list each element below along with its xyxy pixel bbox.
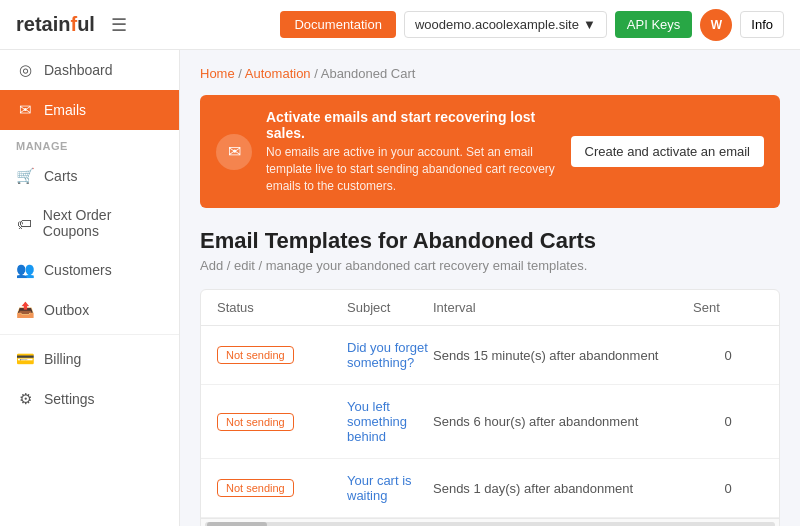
- table-row: Not sending Did you forget something? Se…: [201, 326, 779, 385]
- page-subtitle: Add / edit / manage your abandoned cart …: [200, 258, 780, 273]
- row-status: Not sending: [217, 346, 347, 364]
- col-subject: Subject: [347, 300, 433, 315]
- table-header: Status Subject Interval Sent: [201, 290, 779, 326]
- page-title: Email Templates for Abandoned Carts: [200, 228, 780, 254]
- sidebar-item-outbox[interactable]: 📤 Outbox: [0, 290, 179, 330]
- sidebar-item-label: Customers: [44, 262, 112, 278]
- row-sent: 0: [693, 481, 763, 496]
- email-subject-link[interactable]: You left something behind: [347, 399, 407, 444]
- main-content: Home / Automation / Abandoned Cart ✉ Act…: [180, 50, 800, 526]
- scroll-track: [205, 522, 775, 526]
- sidebar-item-label: Settings: [44, 391, 95, 407]
- site-selector-label: woodemo.acoolexample.site: [415, 17, 579, 32]
- customers-icon: 👥: [16, 261, 34, 279]
- status-badge: Not sending: [217, 413, 294, 431]
- api-keys-button[interactable]: API Keys: [615, 11, 692, 38]
- billing-icon: 💳: [16, 350, 34, 368]
- col-interval: Interval: [433, 300, 693, 315]
- row-interval: Sends 15 minute(s) after abandonment: [433, 348, 693, 363]
- logo: retainful: [16, 13, 95, 36]
- alert-description: No emails are active in your account. Se…: [266, 144, 557, 194]
- activate-email-button[interactable]: Create and activate an email: [571, 136, 764, 167]
- row-status: Not sending: [217, 479, 347, 497]
- settings-icon: ⚙: [16, 390, 34, 408]
- top-header: retainful ☰ Documentation woodemo.acoole…: [0, 0, 800, 50]
- row-sent: 0: [693, 414, 763, 429]
- sidebar-item-billing[interactable]: 💳 Billing: [0, 339, 179, 379]
- scroll-thumb: [207, 522, 267, 526]
- coupon-icon: 🏷: [16, 215, 33, 232]
- row-subject: Your cart is waiting: [347, 473, 433, 503]
- email-subject-link[interactable]: Your cart is waiting: [347, 473, 412, 503]
- sidebar-item-label: Outbox: [44, 302, 89, 318]
- email-subject-link[interactable]: Did you forget something?: [347, 340, 428, 370]
- manage-section-label: MANAGE: [0, 130, 179, 156]
- sidebar-item-label: Dashboard: [44, 62, 113, 78]
- breadcrumb-current: Abandoned Cart: [321, 66, 416, 81]
- sidebar: ◎ Dashboard ✉ Emails MANAGE 🛒 Carts 🏷 Ne…: [0, 50, 180, 526]
- breadcrumb-automation[interactable]: Automation: [245, 66, 311, 81]
- info-button[interactable]: Info: [740, 11, 784, 38]
- row-interval: Sends 1 day(s) after abandonment: [433, 481, 693, 496]
- sidebar-divider: [0, 334, 179, 335]
- alert-banner: ✉ Activate emails and start recovering l…: [200, 95, 780, 208]
- breadcrumb-home[interactable]: Home: [200, 66, 235, 81]
- email-icon: ✉: [16, 101, 34, 119]
- alert-icon: ✉: [216, 134, 252, 170]
- horizontal-scrollbar[interactable]: [201, 518, 779, 526]
- row-status: Not sending: [217, 413, 347, 431]
- header-right: Documentation woodemo.acoolexample.site …: [280, 9, 784, 41]
- sidebar-item-label: Next Order Coupons: [43, 207, 163, 239]
- sidebar-item-settings[interactable]: ⚙ Settings: [0, 379, 179, 419]
- avatar: W: [700, 9, 732, 41]
- table-row: Not sending Your cart is waiting Sends 1…: [201, 459, 779, 518]
- status-badge: Not sending: [217, 479, 294, 497]
- sidebar-item-dashboard[interactable]: ◎ Dashboard: [0, 50, 179, 90]
- sidebar-item-carts[interactable]: 🛒 Carts: [0, 156, 179, 196]
- col-sent: Sent: [693, 300, 763, 315]
- alert-text: Activate emails and start recovering los…: [266, 109, 557, 194]
- hamburger-icon[interactable]: ☰: [111, 14, 127, 36]
- sidebar-item-label: Carts: [44, 168, 77, 184]
- row-sent: 0: [693, 348, 763, 363]
- main-layout: ◎ Dashboard ✉ Emails MANAGE 🛒 Carts 🏷 Ne…: [0, 50, 800, 526]
- chevron-down-icon: ▼: [583, 17, 596, 32]
- breadcrumb: Home / Automation / Abandoned Cart: [200, 66, 780, 81]
- col-status: Status: [217, 300, 347, 315]
- row-subject: Did you forget something?: [347, 340, 433, 370]
- sidebar-item-label: Billing: [44, 351, 81, 367]
- alert-title: Activate emails and start recovering los…: [266, 109, 557, 141]
- documentation-button[interactable]: Documentation: [280, 11, 395, 38]
- dashboard-icon: ◎: [16, 61, 34, 79]
- email-templates-table: Status Subject Interval Sent Not sending…: [200, 289, 780, 526]
- outbox-icon: 📤: [16, 301, 34, 319]
- sidebar-item-next-order-coupons[interactable]: 🏷 Next Order Coupons: [0, 196, 179, 250]
- table-row: Not sending You left something behind Se…: [201, 385, 779, 459]
- cart-icon: 🛒: [16, 167, 34, 185]
- site-selector[interactable]: woodemo.acoolexample.site ▼: [404, 11, 607, 38]
- status-badge: Not sending: [217, 346, 294, 364]
- sidebar-item-emails[interactable]: ✉ Emails: [0, 90, 179, 130]
- sidebar-item-label: Emails: [44, 102, 86, 118]
- sidebar-item-customers[interactable]: 👥 Customers: [0, 250, 179, 290]
- row-subject: You left something behind: [347, 399, 433, 444]
- row-interval: Sends 6 hour(s) after abandonment: [433, 414, 693, 429]
